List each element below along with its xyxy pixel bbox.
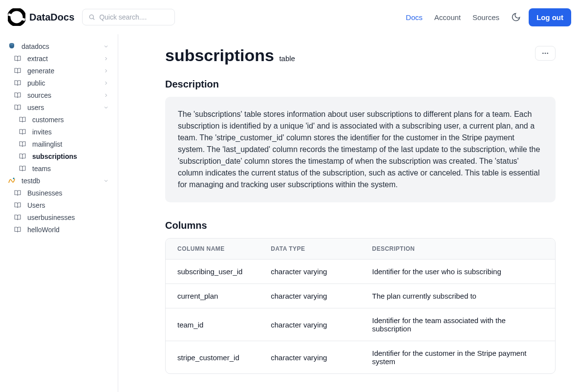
columns-table: COLUMN NAME DATA TYPE DESCRIPTION subscr… — [165, 238, 556, 374]
sidebar-schema-public[interactable]: public — [4, 77, 114, 89]
sidebar-db-label: datadocs — [21, 43, 103, 50]
table-row[interactable]: current_plan character varying The plan … — [166, 284, 555, 308]
sidebar-db-datadocs[interactable]: datadocs — [4, 41, 114, 52]
description-heading: Description — [165, 79, 556, 90]
sidebar-table-customers[interactable]: customers — [4, 114, 114, 126]
search-icon — [88, 13, 95, 21]
sidebar-schema-sources[interactable]: sources — [4, 89, 114, 101]
description-box: The 'subscriptions' table stores informa… — [165, 97, 556, 202]
sidebar-schema-users[interactable]: users — [4, 102, 114, 113]
nav-docs[interactable]: Docs — [406, 13, 423, 22]
svg-point-2 — [90, 15, 94, 19]
sidebar-table-users[interactable]: Users — [4, 199, 114, 211]
chevron-right-icon — [103, 92, 110, 98]
table-row[interactable]: subscribing_user_id character varying Id… — [166, 260, 555, 284]
book-icon — [19, 140, 26, 148]
table-row[interactable]: stripe_customer_id character varying Ide… — [166, 341, 555, 373]
columns-heading: Columns — [165, 220, 556, 231]
book-icon — [19, 116, 26, 124]
nav-account[interactable]: Account — [434, 13, 461, 22]
chevron-right-icon — [103, 56, 110, 62]
table-row[interactable]: team_id character varying Identifier for… — [166, 308, 555, 341]
moon-icon — [511, 12, 521, 22]
book-icon — [14, 201, 21, 209]
column-type-cell: character varying — [259, 284, 360, 308]
svg-line-3 — [93, 18, 95, 20]
search-input[interactable] — [99, 13, 169, 21]
mysql-icon — [8, 177, 16, 185]
postgres-icon — [8, 43, 16, 50]
book-icon — [14, 189, 21, 197]
svg-point-7 — [545, 53, 546, 54]
theme-toggle[interactable] — [511, 12, 521, 22]
column-name-cell: subscribing_user_id — [166, 260, 259, 284]
column-desc-cell: Identifier for the customer in the Strip… — [360, 341, 555, 373]
chevron-right-icon — [103, 68, 110, 74]
svg-point-5 — [13, 178, 15, 179]
book-icon — [14, 214, 21, 221]
sidebar-schema-extract[interactable]: extract — [4, 53, 114, 65]
column-name-cell: team_id — [166, 308, 259, 341]
column-desc-cell: Identifier for the team associated with … — [360, 308, 555, 341]
column-type-cell: character varying — [259, 308, 360, 341]
column-type-cell: character varying — [259, 341, 360, 373]
column-name-cell: stripe_customer_id — [166, 341, 259, 373]
logo-wordmark: DataDocs — [29, 12, 74, 23]
column-type-cell: character varying — [259, 260, 360, 284]
sidebar-schema-generate[interactable]: generate — [4, 65, 114, 77]
chevron-down-icon — [103, 178, 110, 184]
main-content: subscriptions table Description The 'sub… — [118, 34, 579, 392]
sidebar: datadocs extract generate — [0, 34, 118, 392]
book-icon — [14, 79, 21, 87]
nav-links: Docs Account Sources — [406, 12, 521, 22]
columns-header-type: DATA TYPE — [259, 239, 360, 260]
nav-sources[interactable]: Sources — [472, 13, 499, 22]
sidebar-table-subscriptions[interactable]: subscriptions — [4, 151, 114, 162]
columns-header-row: COLUMN NAME DATA TYPE DESCRIPTION — [166, 239, 555, 260]
logo[interactable]: DataDocs — [8, 8, 74, 26]
logo-icon — [8, 8, 25, 26]
columns-header-desc: DESCRIPTION — [360, 239, 555, 260]
column-desc-cell: Identifier for the user who is subscribi… — [360, 260, 555, 284]
chevron-down-icon — [103, 105, 110, 110]
column-name-cell: current_plan — [166, 284, 259, 308]
svg-point-6 — [542, 53, 544, 54]
svg-point-8 — [547, 53, 548, 54]
sidebar-table-helloworld[interactable]: helloWorld — [4, 224, 114, 236]
book-icon — [14, 67, 21, 75]
book-icon — [19, 165, 26, 173]
svg-point-4 — [10, 44, 14, 45]
search-box[interactable] — [82, 9, 175, 25]
dots-horizontal-icon — [540, 49, 550, 57]
sidebar-table-userbusinesses[interactable]: userbusinesses — [4, 212, 114, 223]
page-title: subscriptions — [165, 46, 274, 65]
page-title-wrap: subscriptions table — [165, 46, 295, 65]
sidebar-db-testdb[interactable]: testdb — [4, 175, 114, 187]
chevron-down-icon — [103, 44, 110, 49]
page-subtitle: table — [279, 54, 295, 63]
chevron-right-icon — [103, 80, 110, 86]
book-icon — [14, 55, 21, 63]
title-row: subscriptions table — [165, 46, 556, 65]
sidebar-table-invites[interactable]: invites — [4, 126, 114, 138]
logout-button[interactable]: Log out — [529, 8, 571, 26]
book-icon — [14, 91, 21, 99]
sidebar-table-mailinglist[interactable]: mailinglist — [4, 138, 114, 150]
sidebar-table-teams[interactable]: teams — [4, 163, 114, 174]
book-icon — [19, 152, 26, 160]
column-desc-cell: The plan currently subscribed to — [360, 284, 555, 308]
book-icon — [14, 104, 21, 111]
sidebar-db-label: testdb — [21, 177, 103, 185]
sidebar-table-businesses[interactable]: Businesses — [4, 187, 114, 199]
book-icon — [19, 128, 26, 136]
columns-header-name: COLUMN NAME — [166, 239, 259, 260]
header: DataDocs Docs Account Sources Log out — [0, 0, 579, 34]
more-options-button[interactable] — [535, 46, 556, 61]
book-icon — [14, 226, 21, 234]
